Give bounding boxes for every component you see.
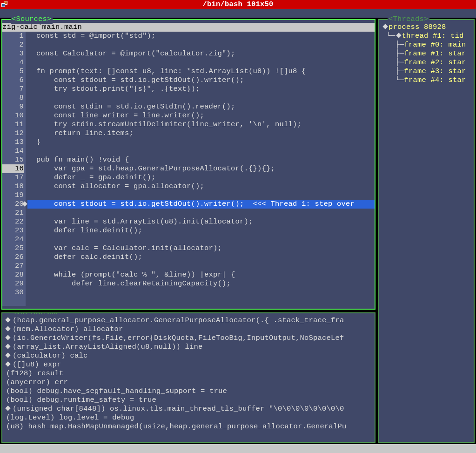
source-line[interactable]: [27, 288, 375, 297]
source-line[interactable]: defer line.deinit();: [27, 226, 375, 235]
source-line[interactable]: [27, 41, 375, 49]
tree-branch-icon: └─: [382, 32, 396, 40]
source-line[interactable]: var line = std.ArrayList(u8).init(alloca…: [27, 217, 375, 226]
line-number[interactable]: 9: [2, 102, 24, 111]
line-number[interactable]: 17: [2, 173, 24, 182]
variables-panel[interactable]: <Variables> (heap.general_purpose_alloca…: [1, 312, 375, 443]
source-line[interactable]: defer _ = gpa.deinit();: [27, 173, 375, 182]
expand-icon[interactable]: [5, 406, 10, 411]
line-number[interactable]: 18: [2, 182, 24, 191]
threads-panel[interactable]: <Threads> process 88928 └─thread #1: tid…: [378, 19, 475, 443]
expand-icon[interactable]: [382, 24, 388, 29]
source-line[interactable]: fn prompt(text: []const u8, line: *std.A…: [27, 67, 375, 76]
line-number[interactable]: 23: [2, 226, 24, 235]
window-title: /bin/bash 101x50: [202, 0, 273, 8]
line-number[interactable]: 8: [2, 94, 24, 102]
expand-icon[interactable]: [5, 352, 10, 358]
variable-row[interactable]: (bool) debug.runtime_safety = true: [6, 396, 373, 405]
thread-row[interactable]: ├─frame #0: main: [382, 41, 472, 49]
sources-panel[interactable]: <Sources> zig-calc`main.main 12345678910…: [1, 19, 375, 310]
line-number[interactable]: 14: [2, 147, 24, 156]
source-line[interactable]: const line_writer = line.writer();: [27, 111, 375, 120]
expand-icon[interactable]: [396, 33, 401, 38]
variable-row[interactable]: (unsigned char[8448]) os.linux.tls.main_…: [6, 405, 373, 413]
line-number[interactable]: 21: [2, 209, 24, 217]
source-line[interactable]: [27, 262, 375, 270]
thread-row[interactable]: process 88928: [382, 23, 472, 32]
variable-row[interactable]: (io.GenericWriter(fs.File,error{DiskQuot…: [6, 334, 373, 343]
expand-icon[interactable]: [5, 326, 10, 331]
source-line[interactable]: [27, 94, 375, 102]
line-number[interactable]: 30: [2, 288, 24, 297]
source-line[interactable]: return line.items;: [27, 129, 375, 138]
thread-row[interactable]: ├─frame #2: star: [382, 58, 472, 67]
source-line[interactable]: while (prompt("calc % ", &line)) |expr| …: [27, 270, 375, 279]
variable-row[interactable]: (anyerror) err: [6, 378, 373, 387]
thread-row[interactable]: ├─frame #3: star: [382, 67, 472, 76]
window-titlebar[interactable]: /bin/bash 101x50: [0, 0, 476, 9]
line-number[interactable]: 13: [2, 138, 24, 147]
source-line[interactable]: [27, 191, 375, 200]
line-number-gutter[interactable]: 1234567891011121314151617181920212223242…: [2, 32, 26, 306]
expand-icon[interactable]: [5, 335, 10, 340]
tree-branch-icon: ├─: [382, 58, 404, 67]
line-number[interactable]: 28: [2, 270, 24, 279]
source-line[interactable]: const allocator = gpa.allocator();: [27, 182, 375, 191]
variable-row[interactable]: ([]u8) expr: [6, 360, 373, 369]
source-line[interactable]: try stdout.print("{s}", .{text});: [27, 85, 375, 94]
line-number[interactable]: 29: [2, 279, 24, 288]
source-line[interactable]: const stdout = std.io.getStdOut().writer…: [27, 200, 375, 209]
variable-row[interactable]: (array_list.ArrayListAligned(u8,null)) l…: [6, 343, 373, 352]
line-number[interactable]: 20: [2, 200, 24, 209]
source-line[interactable]: const std = @import("std");: [27, 32, 375, 41]
thread-row[interactable]: └─thread #1: tid: [382, 32, 472, 41]
source-line[interactable]: try stdin.streamUntilDelimiter(line_writ…: [27, 120, 375, 129]
source-line[interactable]: var calc = Calculator.init(allocator);: [27, 244, 375, 253]
source-line[interactable]: }: [27, 138, 375, 147]
source-line[interactable]: [27, 58, 375, 67]
expand-icon[interactable]: [5, 344, 10, 349]
source-line[interactable]: [27, 147, 375, 156]
tree-branch-icon: └─: [382, 76, 404, 84]
line-number[interactable]: 4: [2, 58, 24, 67]
line-number[interactable]: 2: [2, 41, 24, 49]
source-line[interactable]: var gpa = std.heap.GeneralPurposeAllocat…: [27, 164, 375, 173]
source-code-view[interactable]: const std = @import("std"); const Calcul…: [26, 32, 375, 306]
status-bar: Process: 88928 stopped Thread: 88928 Fra…: [0, 444, 476, 453]
source-line[interactable]: const stdout = std.io.getStdOut().writer…: [27, 76, 375, 85]
variable-row[interactable]: (u8) hash_map.HashMapUnmanaged(usize,hea…: [6, 422, 373, 431]
line-number[interactable]: 11: [2, 120, 24, 129]
line-number[interactable]: 10: [2, 111, 24, 120]
line-number[interactable]: 16: [2, 164, 24, 173]
source-line[interactable]: const Calculator = @import("calculator.z…: [27, 49, 375, 58]
line-number[interactable]: 6: [2, 76, 24, 85]
thread-row[interactable]: ├─frame #1: star: [382, 49, 472, 58]
line-number[interactable]: 5: [2, 67, 24, 76]
source-line[interactable]: [27, 209, 375, 217]
line-number[interactable]: 26: [2, 253, 24, 262]
line-number[interactable]: 27: [2, 262, 24, 270]
source-line[interactable]: defer line.clearRetainingCapacity();: [27, 279, 375, 288]
source-line[interactable]: defer calc.deinit();: [27, 253, 375, 262]
variable-row[interactable]: (f128) result: [6, 369, 373, 378]
line-number[interactable]: 19: [2, 191, 24, 200]
thread-row[interactable]: └─frame #4: star: [382, 76, 472, 85]
line-number[interactable]: 24: [2, 235, 24, 244]
source-line[interactable]: pub fn main() !void {: [27, 156, 375, 164]
expand-icon[interactable]: [5, 317, 10, 322]
line-number[interactable]: 12: [2, 129, 24, 138]
variable-row[interactable]: (calculator) calc: [6, 352, 373, 360]
source-line[interactable]: const stdin = std.io.getStdIn().reader()…: [27, 102, 375, 111]
line-number[interactable]: 1: [2, 32, 24, 41]
expand-icon[interactable]: [5, 361, 10, 366]
line-number[interactable]: 15: [2, 156, 24, 164]
variable-row[interactable]: (mem.Allocator) allocator: [6, 325, 373, 334]
line-number[interactable]: 3: [2, 49, 24, 58]
line-number[interactable]: 25: [2, 244, 24, 253]
variable-row[interactable]: (bool) debug.have_segfault_handling_supp…: [6, 387, 373, 396]
line-number[interactable]: 7: [2, 85, 24, 94]
source-line[interactable]: [27, 235, 375, 244]
variable-row[interactable]: (heap.general_purpose_allocator.GeneralP…: [6, 316, 373, 325]
line-number[interactable]: 22: [2, 217, 24, 226]
variable-row[interactable]: (log.Level) log.level = debug: [6, 413, 373, 422]
